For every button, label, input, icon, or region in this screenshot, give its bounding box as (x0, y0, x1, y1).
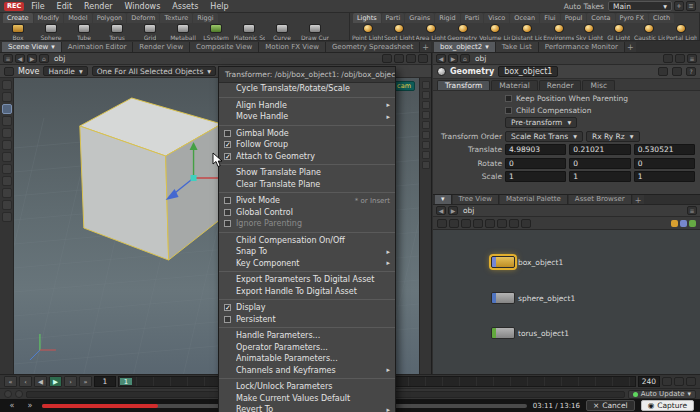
points-button[interactable] (422, 111, 430, 119)
render-region-button[interactable] (2, 188, 12, 198)
shelf-tab-modify[interactable]: Modify (34, 13, 64, 23)
shelf-tab-lights[interactable]: Lights (353, 13, 381, 23)
layout-icon[interactable] (675, 54, 685, 63)
add-pane-tab-button[interactable]: + (633, 195, 644, 204)
pretransform-dropdown[interactable]: Pre-transform▾ (505, 117, 577, 128)
transform-order-dropdown[interactable]: Scale Rot Trans▾ (505, 131, 583, 142)
node-name-field[interactable]: box_object1 (498, 66, 558, 77)
shelf-tab-create[interactable]: Create (3, 13, 33, 23)
rotate-x-field[interactable]: 0 (505, 158, 566, 169)
menu-item-follow-group[interactable]: ✓Follow Group (219, 139, 395, 151)
path-back-icon[interactable]: ◀ (436, 206, 446, 215)
translate-x-field[interactable]: 4.98903 (505, 144, 566, 155)
misc-tool-button[interactable] (2, 212, 12, 222)
playback-options-icon[interactable] (662, 377, 672, 386)
shelf-tab-rigid[interactable]: Rigid (435, 13, 459, 23)
pane-menu-icon[interactable]: ≡ (3, 54, 13, 63)
node-sphere-object1[interactable]: sphere_object1 (491, 292, 575, 304)
shelf-tab-deform[interactable]: Deform (127, 13, 159, 23)
menu-item-channels-keyframes[interactable]: Channels and Keyframes▸ (219, 365, 395, 377)
tab-network-view[interactable]: ▾ (435, 195, 452, 204)
menu-item-move-handle[interactable]: Move Handle▸ (219, 111, 395, 123)
next-keyframe-button[interactable]: › (64, 376, 77, 387)
pane-menu-icon[interactable]: ≡ (687, 54, 697, 63)
current-frame-marker[interactable]: 1 (120, 378, 132, 385)
menu-item-animatable-parameters[interactable]: Animatable Parameters... (219, 353, 395, 365)
loop-mode-icon[interactable] (674, 377, 684, 386)
move-tool-button[interactable] (2, 104, 12, 114)
tab-tree-view[interactable]: Tree View (453, 195, 499, 204)
tool-sky-light[interactable]: Sky Light (575, 24, 603, 40)
tool-draw-curve[interactable]: Draw Cur (299, 24, 331, 40)
gamma-button[interactable] (422, 131, 430, 139)
menu-windows[interactable]: Windows (120, 2, 166, 11)
pane-menu-icon[interactable]: ≡ (687, 206, 697, 215)
params-path[interactable]: obj (472, 54, 489, 63)
tab-render[interactable]: Render (539, 80, 582, 90)
network-layout-icon[interactable] (449, 219, 459, 228)
tool-volume-light[interactable]: Volume Light (479, 24, 510, 40)
tool-point-light[interactable]: Point Light (352, 24, 383, 40)
network-path[interactable]: obj (460, 206, 477, 215)
take-list-button[interactable]: ≡ (686, 1, 696, 11)
menu-item-show-translate-plane[interactable]: Show Translate Plane (219, 167, 395, 179)
tool-torus[interactable]: Torus (101, 24, 133, 40)
menu-item-pivot-mode[interactable]: Pivot Mode* or Insert (219, 195, 395, 207)
node-torus-object1[interactable]: torus_object1 (491, 327, 569, 339)
snapshot-icon[interactable] (382, 54, 392, 63)
shelf-tab-rigging[interactable]: Riggi (193, 13, 217, 23)
shelf-tab-viscous[interactable]: Visco (484, 13, 509, 23)
construction-plane-button[interactable] (2, 164, 12, 174)
add-pane-tab-button[interactable]: + (420, 42, 431, 52)
menu-item-revert-to[interactable]: Revert To▸ (219, 404, 395, 412)
scale-z-field[interactable]: 1 (634, 171, 695, 182)
rotate-order-dropdown[interactable]: Rx Ry Rz▾ (586, 131, 640, 142)
menu-item-make-default[interactable]: Make Current Values Default (219, 393, 395, 405)
network-overview-icon[interactable] (473, 219, 483, 228)
shading-mode-button[interactable] (422, 81, 430, 89)
video-skip-forward-button[interactable]: » (24, 401, 36, 410)
options-button[interactable] (422, 161, 430, 169)
video-skip-back-button[interactable]: « (6, 401, 18, 410)
menu-file[interactable]: File (26, 2, 49, 11)
auto-update-button[interactable]: Auto Update ▾ (628, 390, 696, 399)
tab-motion-fx-view[interactable]: Motion FX View (259, 42, 326, 52)
layout-icon[interactable] (418, 54, 428, 63)
tab-animation-editor[interactable]: Animation Editor (62, 42, 134, 52)
camera-menu-icon[interactable] (394, 54, 404, 63)
tab-asset-browser[interactable]: Asset Browser (569, 195, 632, 204)
menu-edit[interactable]: Edit (52, 2, 78, 11)
play-reverse-button[interactable]: ◀ (34, 376, 47, 387)
tool-curve[interactable]: Curve (266, 24, 298, 40)
node-box-object1[interactable]: box_object1 (491, 256, 563, 268)
tab-geometry-spreadsheet[interactable]: Geometry Spreadsheet (326, 42, 420, 52)
shelf-tab-polygon[interactable]: Polygon (93, 13, 127, 23)
compare-icon[interactable] (672, 67, 682, 76)
take-selector[interactable]: Main ▾ (608, 1, 672, 11)
network-shape-icon[interactable] (497, 219, 507, 228)
display-options-icon[interactable] (406, 54, 416, 63)
shelf-tab-oceans[interactable]: Ocean (510, 13, 539, 23)
network-snap-icon[interactable] (437, 219, 447, 228)
key-tool-button[interactable] (2, 176, 12, 186)
shelf-tab-grains[interactable]: Grains (405, 13, 434, 23)
menu-item-export-parameters[interactable]: Export Parameters To Digital Asset (219, 274, 395, 286)
path-forward-icon[interactable]: ▶ (27, 54, 37, 63)
rotate-z-field[interactable]: 0 (634, 158, 695, 169)
shelf-tab-particles[interactable]: Parti (382, 13, 405, 23)
view-tool-button[interactable] (2, 80, 12, 90)
background-button[interactable] (422, 141, 430, 149)
network-grid-icon[interactable] (461, 219, 471, 228)
tool-spot-light[interactable]: Spot Light (384, 24, 415, 40)
go-start-button[interactable]: « (4, 376, 17, 387)
path-forward-icon[interactable]: ▶ (448, 206, 458, 215)
grid-toggle-button[interactable] (422, 121, 430, 129)
tab-render-view[interactable]: Render View (133, 42, 190, 52)
palette-swatch-green[interactable] (689, 220, 696, 227)
menu-item-global-control[interactable]: Global Control (219, 207, 395, 219)
network-find-icon[interactable] (521, 219, 531, 228)
scene-box[interactable] (80, 98, 222, 260)
scale-y-field[interactable]: 1 (569, 171, 630, 182)
capture-button[interactable]: ◉Capture (641, 400, 694, 411)
wireframe-button[interactable] (422, 91, 430, 99)
